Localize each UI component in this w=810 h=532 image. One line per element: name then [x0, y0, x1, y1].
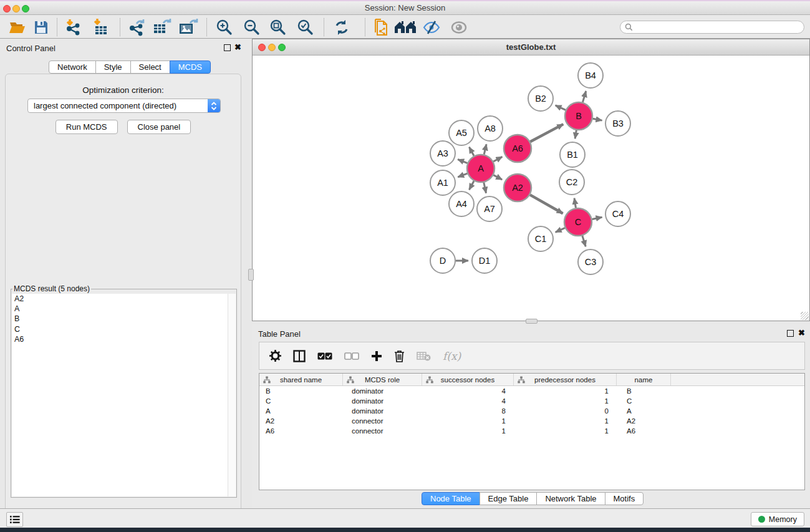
graph-edge-C-C4[interactable]: [592, 217, 602, 219]
graph-edge-A-A7[interactable]: [484, 182, 486, 193]
run-mcds-button[interactable]: Run MCDS: [55, 120, 118, 134]
export-image-icon[interactable]: [178, 17, 198, 37]
save-session-icon[interactable]: [31, 17, 51, 37]
table-cell[interactable]: 4: [422, 386, 514, 396]
table-cell[interactable]: 4: [422, 396, 514, 406]
graph-edge-B-B2[interactable]: [556, 105, 566, 110]
export-network-icon[interactable]: [127, 17, 147, 37]
table-row[interactable]: Bdominator41B: [259, 386, 804, 396]
table-cell[interactable]: dominator: [343, 406, 422, 416]
hide-panel-eye-slash-icon[interactable]: [422, 17, 441, 37]
tab-edge-table[interactable]: Edge Table: [480, 492, 538, 505]
select-all-checkboxes-icon[interactable]: [317, 352, 332, 360]
column-header-name[interactable]: name: [617, 374, 671, 385]
gear-icon[interactable]: [269, 350, 281, 362]
tab-network-table[interactable]: Network Table: [536, 492, 605, 505]
graph-edge-A2-C[interactable]: [530, 195, 563, 213]
table-row[interactable]: A6connector11A6: [259, 426, 804, 436]
import-table-icon[interactable]: [91, 17, 111, 37]
panel-divider-handle[interactable]: [526, 319, 538, 324]
tab-select[interactable]: Select: [130, 60, 170, 74]
table-cell[interactable]: 1: [514, 416, 617, 426]
float-panel-icon[interactable]: [224, 44, 231, 51]
table-cell[interactable]: A: [617, 406, 671, 416]
table-cell[interactable]: 1: [422, 426, 514, 436]
table-cell[interactable]: B: [259, 386, 343, 396]
add-column-icon[interactable]: [371, 351, 382, 362]
graph-edge-B-B1[interactable]: [575, 130, 576, 139]
table-cell[interactable]: A2: [259, 416, 343, 426]
table-cell[interactable]: connector: [343, 426, 422, 436]
network-window-titlebar[interactable]: testGlobe.txt: [253, 39, 809, 56]
column-header-predecessor-nodes[interactable]: predecessor nodes: [514, 374, 617, 385]
graph-edge-A-A8[interactable]: [484, 144, 486, 154]
node-table[interactable]: shared nameMCDS rolesuccessor nodesprede…: [259, 373, 805, 490]
zoom-out-icon[interactable]: [242, 17, 262, 37]
task-history-button[interactable]: [6, 512, 23, 527]
mcds-result-list[interactable]: A2ABCA6: [12, 294, 236, 496]
table-cell[interactable]: dominator: [343, 386, 422, 396]
mcds-result-item[interactable]: A: [12, 304, 236, 314]
optimization-criterion-select[interactable]: largest connected component (directed): [27, 99, 221, 113]
show-panel-eye-icon[interactable]: [449, 17, 469, 37]
table-cell[interactable]: 8: [422, 406, 514, 416]
column-header-shared-name[interactable]: shared name: [259, 374, 343, 385]
close-table-panel-icon[interactable]: ✖: [798, 327, 805, 339]
refresh-icon[interactable]: [332, 17, 352, 37]
open-file-icon[interactable]: [7, 17, 27, 37]
table-cell[interactable]: C: [259, 396, 343, 406]
search-field[interactable]: [620, 21, 804, 34]
graph-edge-A-A1[interactable]: [458, 173, 467, 177]
zoom-in-icon[interactable]: [215, 17, 234, 37]
deselect-all-checkboxes-icon[interactable]: [344, 352, 359, 360]
import-network-icon[interactable]: [64, 17, 84, 37]
table-cell[interactable]: 1: [514, 426, 617, 436]
table-row[interactable]: A2connector11A2: [259, 416, 804, 426]
zoom-fit-icon[interactable]: [268, 17, 288, 37]
graph-edge-B-B3[interactable]: [593, 118, 602, 120]
export-table-icon[interactable]: [152, 17, 172, 37]
zoom-selected-icon[interactable]: [296, 17, 316, 37]
table-cell[interactable]: B: [617, 386, 671, 396]
graph-edge-A-A4[interactable]: [469, 181, 474, 190]
mcds-result-item[interactable]: C: [12, 324, 236, 334]
column-header-successor-nodes[interactable]: successor nodes: [422, 374, 514, 385]
table-cell[interactable]: 1: [422, 416, 514, 426]
float-table-panel-icon[interactable]: [787, 330, 794, 337]
table-cell[interactable]: connector: [343, 416, 422, 426]
table-cell[interactable]: dominator: [343, 396, 422, 406]
table-cell[interactable]: 1: [514, 386, 617, 396]
graph-edge-C-C1[interactable]: [556, 228, 565, 232]
table-row[interactable]: Adominator80A: [259, 406, 804, 416]
mcds-result-item[interactable]: A6: [12, 334, 236, 344]
column-panel-icon[interactable]: [293, 350, 306, 362]
new-session-icon[interactable]: [372, 17, 392, 37]
graph-edge-C-C3[interactable]: [582, 236, 586, 246]
mcds-result-item[interactable]: A2: [12, 294, 236, 304]
table-cell[interactable]: C: [617, 396, 671, 406]
memory-button[interactable]: Memory: [751, 512, 804, 526]
panel-divider-handle[interactable]: [248, 269, 254, 281]
resize-grip-icon[interactable]: [801, 312, 809, 320]
table-cell[interactable]: A: [259, 406, 343, 416]
tab-style[interactable]: Style: [95, 60, 131, 74]
table-row[interactable]: Cdominator41C: [259, 396, 804, 406]
graph-edge-A-A5[interactable]: [469, 147, 474, 156]
delete-trash-icon[interactable]: [394, 350, 405, 362]
search-input[interactable]: [633, 22, 804, 32]
close-panel-button[interactable]: Close panel: [127, 120, 191, 134]
graph-edge-C-C2[interactable]: [574, 198, 576, 208]
table-cell[interactable]: 1: [514, 396, 617, 406]
tab-motifs[interactable]: Motifs: [605, 492, 644, 505]
network-canvas[interactable]: B4B2BB3B1A5A8A3A6AA1A2A4A7C2C4CC1C3DD1: [253, 56, 809, 321]
tab-node-table[interactable]: Node Table: [422, 492, 480, 505]
close-panel-icon[interactable]: ✖: [234, 42, 241, 53]
column-header-MCDS-role[interactable]: MCDS role: [343, 374, 422, 385]
table-cell[interactable]: A6: [617, 426, 671, 436]
mcds-result-item[interactable]: B: [12, 314, 236, 324]
tab-network[interactable]: Network: [49, 60, 96, 74]
graph-edge-B-B4[interactable]: [582, 91, 586, 102]
tab-mcds[interactable]: MCDS: [170, 60, 211, 74]
home-icon[interactable]: [393, 17, 418, 37]
graph-edge-A6-B[interactable]: [530, 124, 563, 142]
